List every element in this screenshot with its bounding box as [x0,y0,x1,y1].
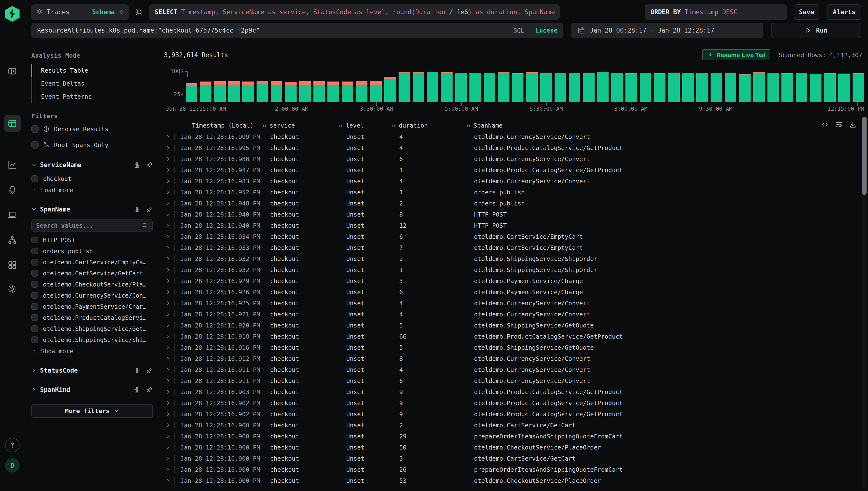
row-expander[interactable] [164,134,180,140]
table-row[interactable]: Jan 28 12:28:16.929 PMcheckoutUnset3otel… [164,276,864,287]
histogram-bar[interactable] [214,81,226,102]
table-row[interactable]: Jan 28 12:28:16.911 PMcheckoutUnset4otel… [164,364,864,375]
histogram-bar[interactable] [711,73,722,102]
filter-value[interactable]: orders publish [31,246,153,257]
row-expander[interactable] [164,156,180,162]
histogram-bar[interactable] [186,83,197,102]
toggle-denoise-results[interactable]: Denoise Results [31,122,153,136]
filter-search-input[interactable] [36,222,139,229]
filter-value[interactable]: oteldemo.CartService/EmptyCa… [31,257,153,268]
histogram-bar[interactable] [852,73,864,102]
table-row[interactable]: Jan 28 12:28:16.940 PMcheckoutUnset8HTTP… [164,209,864,220]
row-expander[interactable] [164,222,180,229]
row-expander[interactable] [164,289,180,295]
table-row[interactable]: Jan 28 12:28:16.926 PMcheckoutUnset6otel… [164,287,864,297]
histogram-bar[interactable] [682,73,694,102]
row-expander[interactable] [164,333,180,340]
histogram-bar[interactable] [413,73,424,102]
histogram-bar[interactable] [257,81,268,102]
histogram-bar[interactable] [540,73,552,102]
filter-group-header[interactable]: SpanKind [31,384,153,396]
histogram-bar[interactable] [356,81,367,102]
histogram-bar[interactable] [611,73,623,102]
user-avatar[interactable]: D [5,458,20,473]
bar-chart-icon[interactable] [134,386,141,393]
table-row[interactable]: Jan 28 12:28:16.995 PMcheckoutUnset4otel… [164,142,864,153]
filter-group-header[interactable]: SpanName [31,204,153,215]
histogram-bar[interactable] [228,81,240,102]
filter-value[interactable]: checkout [31,173,153,184]
histogram-bar[interactable] [668,73,680,102]
rail-item-client-sessions[interactable] [8,210,17,220]
row-expander[interactable] [164,267,180,273]
histogram-bar[interactable] [484,73,495,102]
table-row[interactable]: Jan 28 12:28:16.900 PMcheckoutUnset29pre… [164,431,864,442]
table-row[interactable]: Jan 28 12:28:16.921 PMcheckoutUnset4otel… [164,309,864,320]
histogram-bar[interactable] [370,81,382,102]
rail-item-search-explorer[interactable] [4,115,21,132]
filter-value[interactable]: oteldemo.ShippingService/Shi… [31,334,153,345]
histogram-bar[interactable] [696,73,708,102]
checkbox[interactable] [31,175,38,182]
code-icon[interactable] [821,121,829,128]
column-header-spanname[interactable]: SpanName [466,122,864,129]
checkbox[interactable] [31,314,38,321]
histogram-bar[interactable] [384,77,396,102]
bar-chart-icon[interactable] [134,206,141,213]
table-row[interactable]: Jan 28 12:28:16.900 PMcheckoutUnset53ote… [164,475,864,486]
table-row[interactable]: Jan 28 12:28:16.912 PMcheckoutUnset8otel… [164,353,864,364]
checkbox[interactable] [31,292,38,299]
histogram-bar[interactable] [796,73,807,102]
language-sql[interactable]: SQL [513,27,524,34]
bar-chart-icon[interactable] [134,162,141,168]
save-button[interactable]: Save [794,4,819,20]
histogram-bar[interactable] [455,73,467,102]
histogram-bar[interactable] [200,82,211,102]
row-expander[interactable] [164,478,180,484]
filter-group-header[interactable]: ServiceName [31,159,153,171]
row-expander[interactable] [164,355,180,362]
select-clause-editor[interactable]: SELECT Timestamp, ServiceName as service… [149,4,560,20]
histogram-bar[interactable] [242,82,254,102]
rail-item-chart-explorer[interactable] [8,160,17,169]
filter-value[interactable]: oteldemo.CurrencyService/Con… [31,290,153,301]
checkbox[interactable] [31,125,38,133]
filter-value[interactable]: oteldemo.CartService/GetCart [31,268,153,279]
row-expander[interactable] [164,211,180,218]
histogram-bar[interactable] [285,82,297,102]
rail-item-collapse-sidebar[interactable] [8,66,17,76]
row-expander[interactable] [164,300,180,306]
row-expander[interactable] [164,311,180,317]
filter-value[interactable]: oteldemo.CheckoutService/Pla… [31,279,153,290]
row-expander[interactable] [164,433,180,439]
row-expander[interactable] [164,422,180,428]
table-row[interactable]: Jan 28 12:28:16.911 PMcheckoutUnset6otel… [164,375,864,386]
table-row[interactable]: Jan 28 12:28:16.925 PMcheckoutUnset4otel… [164,297,864,309]
row-expander[interactable] [164,389,180,395]
analysis-mode-results-table[interactable]: Results Table [32,64,153,77]
rail-item-team-settings[interactable] [8,285,17,294]
table-row[interactable]: Jan 28 12:28:16.900 PMcheckoutUnset26pre… [164,464,864,475]
histogram-bar[interactable] [583,73,595,102]
table-row[interactable]: Jan 28 12:28:16.952 PMcheckoutUnset1orde… [164,187,864,198]
row-expander[interactable] [164,233,180,240]
wrap-icon[interactable] [835,121,842,128]
histogram-bar[interactable] [625,73,637,102]
table-row[interactable]: Jan 28 12:28:16.902 PMcheckoutUnset9otel… [164,408,864,420]
load-more-link[interactable]: Load more [31,184,153,196]
checkbox[interactable] [31,337,38,343]
row-expander[interactable] [164,189,180,195]
checkbox[interactable] [31,248,38,254]
table-row[interactable]: Jan 28 12:28:16.999 PMcheckoutUnset4otel… [164,131,864,142]
resume-live-tail-button[interactable]: Resume Live Tail [702,49,771,61]
row-expander[interactable] [164,256,180,262]
source-select[interactable]: Traces Schema [31,4,129,20]
row-expander[interactable] [164,344,180,351]
table-row[interactable]: Jan 28 12:28:16.983 PMcheckoutUnset4otel… [164,176,864,187]
checkbox[interactable] [31,237,38,243]
bar-chart-icon[interactable] [134,367,141,374]
table-row[interactable]: Jan 28 12:28:16.900 PMcheckoutUnset50ote… [164,442,864,453]
histogram-bar[interactable] [810,74,821,102]
row-expander[interactable] [164,178,180,184]
row-expander[interactable] [164,244,180,251]
